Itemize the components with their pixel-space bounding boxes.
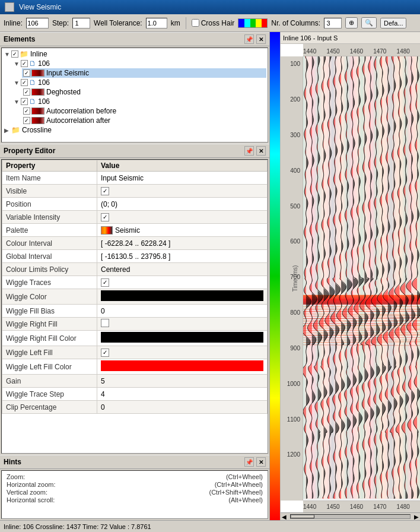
prop-value[interactable] <box>97 331 268 346</box>
x-axis-label: 1470 <box>373 48 386 55</box>
x-axis-label: 1480 <box>397 48 410 55</box>
prop-name: Wiggle Left Fill Color <box>2 359 97 375</box>
prop-value[interactable] <box>97 318 268 331</box>
prop-value: 0 <box>97 305 268 318</box>
tree-item-106-a[interactable]: ▼ ✓ 🗋 106 <box>12 59 266 68</box>
prop-value[interactable] <box>97 359 268 375</box>
prop-row: Wiggle Left Fill✓ <box>2 346 268 359</box>
hint-value: (Alt+Wheel) <box>228 496 263 504</box>
tree-item-input-seismic[interactable]: ✓ Input Seismic <box>22 68 266 78</box>
zoom-fit-button[interactable]: ⊕ <box>345 17 358 28</box>
nr-columns-input[interactable] <box>324 18 342 28</box>
hints-content: Zoom:(Ctrl+Wheel)Horizontal zoom:(Ctrl+A… <box>1 470 268 519</box>
main-area: Elements 📌 ✕ ▼ ✓ 📁 Inline ▼ ✓ 🗋 106 <box>0 32 420 520</box>
prop-checkbox[interactable]: ✓ <box>101 278 109 287</box>
prop-row: Wiggle Right Fill Color <box>2 331 268 346</box>
prop-value: [ -16130.5 .. 23795.8 ] <box>97 250 268 263</box>
prop-value[interactable]: ✓ <box>97 346 268 359</box>
tree-item-autocorr-after[interactable]: ✓ Autocorrelation after <box>22 116 266 125</box>
prop-value[interactable]: ✓ <box>97 185 268 198</box>
title-bar-text: View Seismic <box>19 3 61 11</box>
hints-close-button[interactable]: ✕ <box>256 457 266 467</box>
prop-checkbox[interactable] <box>101 319 109 327</box>
prop-value[interactable]: ✓ <box>97 276 268 289</box>
elements-close-button[interactable]: ✕ <box>256 34 266 44</box>
prop-close-button[interactable]: ✕ <box>256 146 266 156</box>
prop-name: Palette <box>2 224 97 237</box>
prop-value: 5 <box>97 375 268 388</box>
zoom-out-button[interactable]: 🔍 <box>361 17 377 28</box>
y-axis-label: 1100 <box>287 416 300 423</box>
step-label: Step: <box>52 19 69 27</box>
tree-item-deghosted[interactable]: ✓ Deghosted <box>22 87 266 97</box>
toolbar: Inline: Step: Well Tolerance: km Cross H… <box>0 14 420 32</box>
prop-value: Input Seismic <box>97 172 268 185</box>
scrollbar-track[interactable] <box>290 514 411 519</box>
check-106b[interactable]: ✓ <box>21 79 28 86</box>
arrow-icon-crossline: ▶ <box>4 127 11 134</box>
prop-checkbox[interactable]: ✓ <box>101 349 109 357</box>
prop-pin-button[interactable]: 📌 <box>244 146 254 156</box>
color-bar-vertical <box>270 32 281 520</box>
hints-header: Hints 📌 ✕ <box>0 455 269 469</box>
prop-checkbox[interactable]: ✓ <box>101 213 109 221</box>
prop-row: Visible✓ <box>2 185 268 198</box>
check-inline[interactable]: ✓ <box>11 50 18 58</box>
check-autocorr-before[interactable]: ✓ <box>23 107 30 115</box>
prop-row: Wiggle Fill Bias0 <box>2 305 268 318</box>
prop-row: Clip Percentage0 <box>2 401 268 414</box>
hint-value: (Ctrl+Shift+Wheel) <box>209 489 263 496</box>
label-crossline: Crossline <box>22 126 52 134</box>
label-autocorr-after: Autocorrelation after <box>46 116 110 125</box>
elements-tree[interactable]: ▼ ✓ 📁 Inline ▼ ✓ 🗋 106 ✓ Input Seismic ▼ <box>1 48 268 142</box>
prop-color-swatch[interactable] <box>101 290 263 301</box>
hint-value: (Ctrl+Wheel) <box>226 473 263 480</box>
flag-icon-deg <box>31 88 44 96</box>
prop-checkbox[interactable]: ✓ <box>101 187 109 195</box>
check-autocorr-after[interactable]: ✓ <box>23 117 30 124</box>
hint-row: Zoom:(Ctrl+Wheel) <box>7 473 263 480</box>
tree-item-inline[interactable]: ▼ ✓ 📁 Inline <box>3 49 266 59</box>
step-input[interactable] <box>72 18 90 28</box>
prop-row: PaletteSeismic <box>2 224 268 237</box>
crosshair-checkbox[interactable] <box>192 19 199 27</box>
prop-color-swatch[interactable] <box>101 332 263 343</box>
check-106a[interactable]: ✓ <box>21 60 28 67</box>
tree-item-106-b[interactable]: ▼ ✓ 🗋 106 <box>12 78 266 87</box>
well-tolerance-input[interactable] <box>146 18 167 28</box>
prop-panel-icons: 📌 ✕ <box>244 146 266 156</box>
check-input-seismic[interactable]: ✓ <box>23 69 30 77</box>
arrow-icon: ▼ <box>14 61 21 67</box>
crosshair-check[interactable]: Cross Hair <box>192 19 235 27</box>
x-axis-label: 1450 <box>326 504 339 510</box>
property-editor-title: Property Editor <box>4 147 55 155</box>
tree-item-crossline[interactable]: ▶ 📁 Crossline <box>3 125 266 135</box>
check-106c[interactable]: ✓ <box>21 98 28 105</box>
scroll-right-button[interactable]: ▶ <box>413 514 420 520</box>
scrollbar-thumb[interactable] <box>291 515 314 518</box>
label-106c: 106 <box>38 97 50 106</box>
separator <box>186 17 186 29</box>
seismic-body: Time (ms) 100200300400500600700800900100… <box>281 56 420 501</box>
hints-pin-button[interactable]: 📌 <box>244 457 254 467</box>
tree-item-autocorr-before[interactable]: ✓ Autocorrelation before <box>22 106 266 116</box>
prop-value[interactable]: ✓ <box>97 211 268 224</box>
tree-item-106-c[interactable]: ▼ ✓ 🗋 106 <box>12 97 266 106</box>
col-property: Property <box>2 160 97 172</box>
check-deghosted[interactable]: ✓ <box>23 88 30 96</box>
default-button[interactable]: Defa... <box>380 18 406 28</box>
inline-input[interactable] <box>26 18 49 28</box>
horizontal-scrollbar[interactable]: ◀ ▶ <box>281 512 420 520</box>
y-axis-label: 700 <box>290 274 300 280</box>
prop-row: Wiggle Trace Step4 <box>2 388 268 401</box>
km-label: km <box>171 19 180 27</box>
elements-title: Elements <box>4 35 35 43</box>
seismic-image[interactable] <box>303 56 420 501</box>
prop-color-swatch[interactable] <box>101 360 263 371</box>
prop-name: Wiggle Trace Step <box>2 388 97 401</box>
scroll-left-button[interactable]: ◀ <box>281 514 288 520</box>
property-editor: Property Editor 📌 ✕ Property Value Item … <box>0 144 269 455</box>
elements-pin-button[interactable]: 📌 <box>244 34 254 44</box>
prop-value[interactable] <box>97 289 268 305</box>
palette-label: Seismic <box>115 226 140 235</box>
